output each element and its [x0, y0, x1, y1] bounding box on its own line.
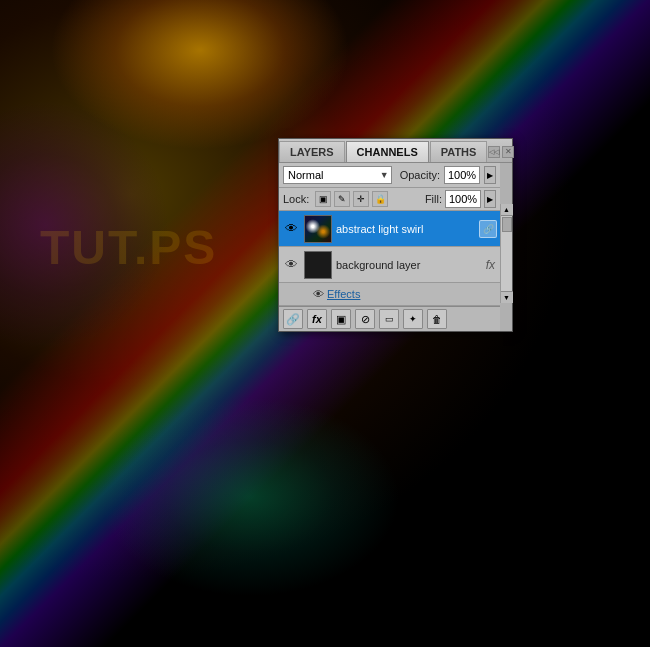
adjustment-button[interactable]: ⊘	[355, 309, 375, 329]
panel-footer: 🔗 fx ▣ ⊘ ▭ ✦ 🗑	[279, 306, 500, 331]
scroll-handle[interactable]	[502, 217, 512, 232]
effects-visibility-toggle[interactable]: 👁	[309, 285, 327, 303]
blend-select-arrow-icon: ▼	[380, 170, 389, 180]
swirl-thumbnail-image	[305, 216, 331, 242]
glow-bottom	[100, 397, 400, 597]
delete-layer-button[interactable]: 🗑	[427, 309, 447, 329]
panel-content: Normal ▼ Opacity: 100% ▶ Lock: ▣ ✎ ✛ 🔒 F…	[279, 163, 512, 331]
watermark: TUT.PS	[40, 220, 217, 275]
layer-item[interactable]: 👁 abstract light swirl 🔗	[279, 211, 500, 247]
blend-mode-select[interactable]: Normal ▼	[283, 166, 392, 184]
fx-effects-icon: fx	[486, 258, 495, 272]
layer-visibility-toggle[interactable]: 👁	[282, 220, 300, 238]
tab-layers[interactable]: LAYERS	[279, 141, 345, 162]
bg-thumbnail-image	[305, 252, 331, 278]
link-layers-button[interactable]: 🔗	[283, 309, 303, 329]
panel-scrollbar[interactable]: ▲ ▼	[500, 204, 512, 303]
panel-tabs-header: LAYERS CHANNELS PATHS ◁◁ ✕	[279, 139, 512, 163]
add-mask-button[interactable]: ▣	[331, 309, 351, 329]
panel-close-button[interactable]: ✕	[502, 146, 514, 158]
layer-link-icon: 🔗	[479, 220, 497, 238]
new-group-button[interactable]: ▭	[379, 309, 399, 329]
new-layer-button[interactable]: ✦	[403, 309, 423, 329]
add-style-button[interactable]: fx	[307, 309, 327, 329]
layer-thumbnail	[304, 215, 332, 243]
layers-panel: LAYERS CHANNELS PATHS ◁◁ ✕ Normal ▼ Opac…	[278, 138, 513, 332]
opacity-arrow-button[interactable]: ▶	[484, 166, 496, 184]
lock-transparent-button[interactable]: ▣	[315, 191, 331, 207]
layer-item[interactable]: 👁 background layer fx	[279, 247, 500, 283]
link-symbol: 🔗	[483, 224, 494, 234]
opacity-input[interactable]: 100%	[444, 166, 480, 184]
scroll-down-arrow[interactable]: ▼	[501, 291, 513, 303]
layers-list: 👁 abstract light swirl 🔗 👁 background la…	[279, 211, 500, 283]
scroll-up-arrow[interactable]: ▲	[501, 204, 513, 216]
effects-row: 👁 Effects	[279, 283, 500, 306]
blend-mode-row: Normal ▼ Opacity: 100% ▶	[279, 163, 500, 188]
lock-position-button[interactable]: ✛	[353, 191, 369, 207]
lock-row: Lock: ▣ ✎ ✛ 🔒 Fill: 100% ▶	[279, 188, 500, 211]
scroll-track	[501, 216, 512, 291]
fill-label: Fill:	[425, 193, 442, 205]
effects-label[interactable]: Effects	[327, 288, 360, 300]
layer-name: abstract light swirl	[336, 223, 479, 235]
layer-thumbnail	[304, 251, 332, 279]
fill-input[interactable]: 100%	[445, 190, 481, 208]
panel-collapse-button[interactable]: ◁◁	[488, 146, 500, 158]
fill-arrow-button[interactable]: ▶	[484, 190, 496, 208]
tab-channels[interactable]: CHANNELS	[346, 141, 429, 162]
lock-label: Lock:	[283, 193, 309, 205]
opacity-label: Opacity:	[400, 169, 440, 181]
lock-all-button[interactable]: 🔒	[372, 191, 388, 207]
lock-image-button[interactable]: ✎	[334, 191, 350, 207]
layer-name: background layer	[336, 259, 486, 271]
layer-visibility-toggle[interactable]: 👁	[282, 256, 300, 274]
tab-paths[interactable]: PATHS	[430, 141, 488, 162]
